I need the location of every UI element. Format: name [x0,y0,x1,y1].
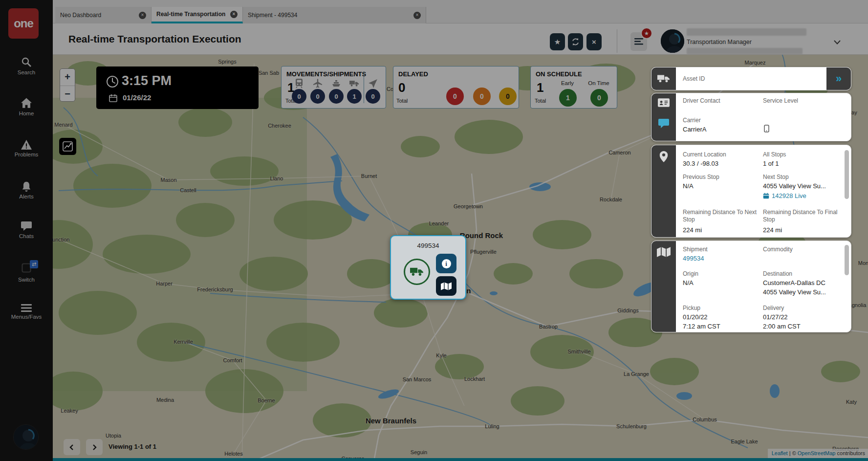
previous-stop-value: N/A [683,182,694,190]
shipment-map-popup: 499534 i [390,235,466,300]
map-place-label: Katy [846,399,857,405]
kpi-truck-count: 1 [347,89,362,104]
user-avatar[interactable] [661,29,684,53]
tab-shipment-499534[interactable]: Shipment - 499534 × [243,7,426,23]
destination-address: 4055 Valley View Su... [763,288,826,296]
one-network-logo[interactable]: one [8,8,39,39]
phone-icon[interactable] [764,125,769,132]
popup-map-button[interactable] [436,276,456,296]
popup-info-button[interactable]: i [436,254,456,273]
origin-value: N/A [683,279,694,286]
pickup-label: Pickup [683,305,700,311]
asset-id-row: Asset ID » [651,67,851,90]
destination-name: CustomerA-Dallas DC [763,279,825,286]
sidebar-item-search[interactable]: Search [0,57,53,82]
kpi-delayed-critical-count: 0 [446,88,464,105]
asset-id-field[interactable]: Asset ID [676,67,851,90]
rail-icon [294,79,304,88]
carrier-label: Carrier [683,117,701,124]
map-icon [441,282,452,290]
page-title: Real-time Transportation Execution [68,33,241,45]
contact-content: Driver Contact Service Level Carrier Car… [676,93,851,141]
sidebar-item-label: Problems [0,152,53,157]
kpi-onschedule-card[interactable]: ON SCHEDULE 1 Total Early On Time 1 0 [530,66,617,109]
expand-panel-button[interactable]: » [826,67,851,90]
scrollbar-thumb[interactable] [845,150,849,199]
kpi-divider [364,71,364,103]
map-place-label: Harper [156,281,173,286]
chart-toggle-button[interactable] [59,138,76,155]
calendar-icon [109,94,117,102]
map-attribution: Leaflet | © OpenStreetMap contributors [768,449,868,458]
leaflet-link[interactable]: Leaflet [772,450,788,456]
tab-neo-dashboard[interactable]: Neo Dashboard × [55,7,152,23]
sidebar-item-home[interactable]: Home [0,98,53,123]
current-date: 01/26/22 [123,93,151,102]
map-place-label: Leakey [61,408,78,414]
ocean-icon [331,79,341,88]
zoom-out-button[interactable]: − [60,86,75,102]
user-role[interactable]: Transportation Manager [687,39,752,45]
sidebar-item-chats[interactable]: Chats [0,221,53,247]
tab-realtime-transportation[interactable]: Real-time Transportation Executi... × [152,7,243,23]
map-place-label: Cameron [608,150,630,155]
map-zoom-control: + − [60,68,75,102]
sidebar-item-label: Home [0,110,53,116]
next-page-button[interactable] [86,439,103,455]
air-icon [313,79,323,88]
sidebar-item-alerts[interactable]: Alerts [0,181,53,206]
kpi-onschedule-total-label: Total [535,98,546,104]
notification-badge: ★ [641,27,652,39]
sidebar-item-label: Search [0,69,53,75]
shipment-id-link[interactable]: 499534 [683,255,704,262]
kpi-ontime-count: 0 [590,89,608,107]
map-place-label: Pflugerville [470,249,497,255]
truck-marker-button[interactable] [404,259,430,285]
kpi-movements-card[interactable]: MOVEMENTS/SHIPMENTS 1 Total 0 0 [281,66,386,109]
scrollbar-thumb[interactable] [845,245,849,275]
prev-page-button[interactable] [64,439,80,455]
close-page-button[interactable]: × [586,33,602,50]
sidebar-item-label: Chats [0,233,53,239]
kpi-rail-count: 0 [292,89,306,104]
chevron-down-icon[interactable] [834,40,841,44]
kpi-onschedule-title: ON SCHEDULE [536,70,582,78]
map-place-label: New Braunfels [366,417,416,425]
bottom-accent-bar [53,458,868,461]
user-org-redacted [687,48,803,54]
refresh-button[interactable] [568,33,583,50]
app-root: SpringsSan SabMarquezMenardCherokeeCoton… [0,0,868,461]
truck-icon [657,74,670,83]
bell-icon [22,181,31,192]
zoom-in-button[interactable]: + [60,69,75,86]
close-icon: × [592,38,596,46]
osm-link[interactable]: OpenStreetMap [798,450,836,456]
page-header: Real-time Transportation Execution ★ × ★ [53,23,868,55]
sidebar-item-problems[interactable]: Problems [0,140,53,165]
tab-close-icon[interactable]: × [230,11,238,18]
next-stop-label: Next Stop [763,174,789,180]
map-place-label: Llano [270,176,283,181]
chat-icon [658,119,669,129]
sidebar-item-menus-favs[interactable]: Menus/Favs [0,304,53,329]
sidebar-item-label: Alerts [0,194,53,199]
menu-icon [21,304,32,312]
favorite-button[interactable]: ★ [550,33,565,50]
current-location-label: Current Location [683,151,726,158]
map-place-label: Lockhart [464,376,485,382]
paging-status: Viewing 1-1 of 1 [108,443,156,450]
map-place-label: Bastrop [539,324,558,329]
live-tracking-link[interactable]: 142928 Live [772,192,806,199]
map-place-label: San Marcos [403,376,432,382]
tab-close-icon[interactable]: × [139,12,146,19]
avatar-image [14,425,39,450]
home-icon [21,98,32,109]
kpi-delayed-total: 0 [398,80,405,95]
tab-close-icon[interactable]: × [413,12,421,19]
map-place-label: Comfort [223,357,242,363]
kpi-delayed-card[interactable]: DELAYED 0 Total 0 0 0 [393,66,519,109]
sidebar-user-avatar[interactable] [13,424,39,450]
map-place-label: Springs [218,59,236,65]
sidebar-item-switch[interactable]: ⇄ Switch [0,263,53,288]
remaining-final-value: 224 mi [763,226,782,234]
